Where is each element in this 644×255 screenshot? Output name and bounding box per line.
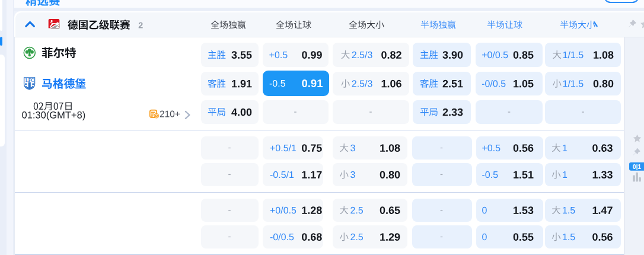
svg-text:2: 2	[56, 23, 59, 29]
svg-text:0|1: 0|1	[633, 164, 641, 170]
